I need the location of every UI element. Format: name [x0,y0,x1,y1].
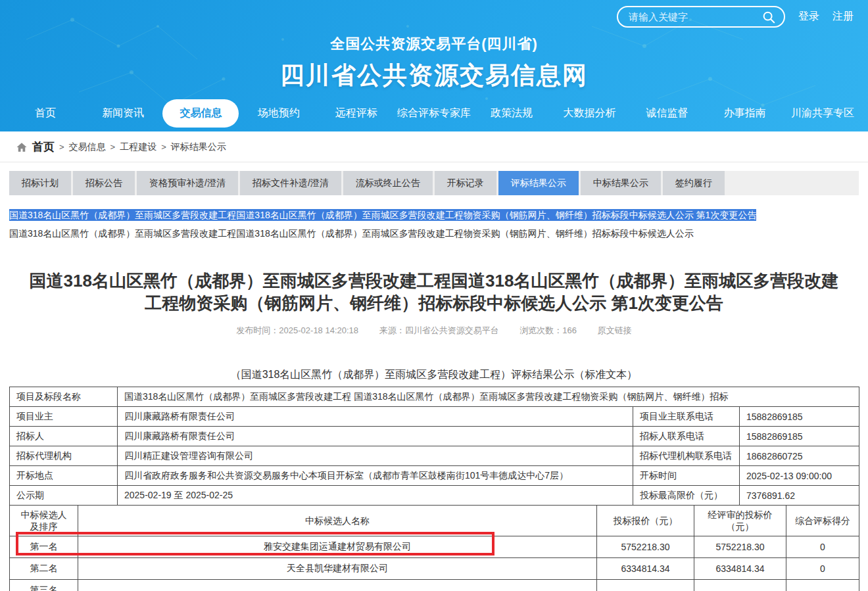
breadcrumb-home[interactable]: 首页 [32,139,55,154]
candidate-score: 0 [786,558,859,580]
candidate-score: 0 [786,536,859,558]
candidate-bid-price [597,580,694,591]
candidates-header-row: 中标候选人及排序 中标候选人名称 投标报价（元） 经评审的投标价（元） 综合评标… [10,506,859,536]
candidate-name [78,580,597,591]
table-row: 公示期 2025-02-19 至 2025-02-25 投标最高限价（元） 73… [10,486,859,506]
breadcrumb-separator: > [59,142,64,152]
row-value: 18682860725 [740,446,859,466]
breadcrumb-separator: > [110,142,116,152]
row-value: 四川康藏路桥有限责任公司 [118,407,633,427]
site-header: 登录 注册 全国公共资源交易平台(四川省) 四川省公共资源交易信息网 首页 新闻… [0,0,868,131]
row-value: 2025-02-19 至 2025-02-25 [118,486,633,506]
row-label: 项目及标段名称 [10,387,118,407]
table-row: 项目业主 四川康藏路桥有限责任公司 项目业主联系电话 15882869185 [10,407,859,427]
candidate-row-second: 第二名 天全县凯华建材有限公司 6334814.34 6334814.34 0 [10,558,859,580]
nav-chuanyu-zone[interactable]: 川渝共享专区 [784,106,861,120]
tab-prequalification-supplement[interactable]: 资格预审补遗/澄清 [137,171,238,195]
table-row: 招标代理机构 四川精正建设管理咨询有限公司 招标代理机构联系电话 1868286… [10,446,859,466]
list-item-original-announcement[interactable]: 国道318名山区黑竹（成都界）至雨城区多营段改建工程国道318名山区黑竹（成都界… [9,227,859,241]
candidate-reviewed-price: 6334814.34 [694,558,786,580]
nav-service-guide[interactable]: 办事指南 [706,106,784,120]
candidate-bid-price: 6334814.34 [597,558,694,580]
row-value: 15882869185 [740,427,859,446]
nav-remote-evaluation[interactable]: 远程评标 [318,106,395,120]
nav-home[interactable]: 首页 [7,106,84,120]
source: 来源：四川省公共资源交易平台 [379,325,499,335]
nav-expert-database[interactable]: 综合评标专家库 [395,106,473,120]
tab-winning-result[interactable]: 中标结果公示 [581,171,661,195]
tab-bid-opening-record[interactable]: 开标记录 [435,171,496,195]
breadcrumb-construction[interactable]: 工程建设 [120,141,157,153]
site-title: 四川省公共资源交易信息网 [0,59,868,92]
tab-bidding-plan[interactable]: 招标计划 [9,171,71,195]
nav-integrity-supervision[interactable]: 诚信监督 [629,106,706,120]
row-label: 投标最高限价（元） [633,486,740,506]
article-meta: 发布时间：2025-02-18 14:20:18 来源：四川省公共资源交易平台 … [0,325,868,337]
row-value: 7376891.62 [740,486,859,506]
column-header: 中标候选人及排序 [10,506,78,536]
row-label: 项目业主联系电话 [633,407,740,427]
nav-policies[interactable]: 政策法规 [473,106,550,120]
row-label: 开标地点 [10,466,118,486]
nav-news[interactable]: 新闻资讯 [84,106,162,120]
page-title: 国道318名山区黑竹（成都界）至雨城区多营段改建工程国道318名山区黑竹（成都界… [26,270,842,314]
candidate-score [786,580,859,591]
table-row: 开标地点 四川省政府政务服务和公共资源交易服务中心本项目开标室（成都市青羊区鼓楼… [10,466,859,486]
row-value: 四川康藏路桥有限责任公司 [118,427,633,446]
row-value: 国道318名山区黑竹（成都界）至雨城区多营段改建工程 国道318名山区黑竹（成都… [118,387,859,407]
candidate-rank: 第二名 [10,558,78,580]
home-icon [16,141,28,153]
row-label: 公示期 [10,486,118,506]
tab-evaluation-result[interactable]: 评标结果公示 [498,171,579,195]
search-icon[interactable] [760,9,777,26]
search-box[interactable] [617,6,785,28]
nav-trade-info[interactable]: 交易信息 [162,99,239,128]
candidate-reviewed-price: 5752218.30 [694,536,786,558]
column-header: 投标报价（元） [597,506,694,536]
header-topbar: 登录 注册 [617,6,854,28]
column-header: 综合评标得分 [786,506,859,536]
tab-tender-doc-supplement[interactable]: 招标文件补遗/澄清 [240,171,341,195]
breadcrumb-evaluation-result[interactable]: 评标结果公示 [171,141,226,153]
row-value: 15882869185 [740,407,859,427]
list-item-change-announcement[interactable]: 国道318名山区黑竹（成都界）至雨城区多营段改建工程国道318名山区黑竹（成都界… [9,209,756,221]
tab-contract-performance[interactable]: 签约履行 [663,171,725,195]
publish-time: 发布时间：2025-02-18 14:20:18 [236,325,358,335]
row-label: 招标代理机构 [10,446,118,466]
table-caption: （国道318名山区黑竹（成都界）至雨城区多营段改建工程）评标结果公示（标准文本） [0,368,868,382]
row-value: 2025-02-13 09:00:00 [740,466,859,486]
view-count: 浏览次数：166 [519,325,577,335]
candidate-rank: 第一名 [10,536,78,558]
main-nav: 首页 新闻资讯 交易信息 场地预约 远程评标 综合评标专家库 政策法规 大数据分… [0,95,868,131]
table-row: 招标人 四川康藏路桥有限责任公司 招标人联系电话 15882869185 [10,427,859,446]
breadcrumb-trade-info[interactable]: 交易信息 [69,141,106,153]
tab-failure-termination-notice[interactable]: 流标或终止公告 [343,171,433,195]
search-input[interactable] [629,11,760,22]
list-item-selected-wrap: 国道318名山区黑竹（成都界）至雨城区多营段改建工程国道318名山区黑竹（成都界… [9,208,859,222]
tab-tender-notice[interactable]: 招标公告 [73,171,135,195]
breadcrumb: 首页 > 交易信息 > 工程建设 > 评标结果公示 [0,131,868,162]
original-text-link[interactable]: 原文链接 [598,325,632,335]
login-link[interactable]: 登录 [798,10,819,24]
header-titles: 全国公共资源交易平台(四川省) 四川省公共资源交易信息网 [0,34,868,92]
row-label: 项目业主 [10,407,118,427]
candidates-section: 中标候选人及排序 中标候选人名称 投标报价（元） 经评审的投标价（元） 综合评标… [0,505,868,591]
nav-venue-booking[interactable]: 场地预约 [240,106,318,120]
row-value: 四川省政府政务服务和公共资源交易服务中心本项目开标室（成都市青羊区鼓楼南街101… [118,466,633,486]
candidate-name: 天全县凯华建材有限公司 [78,558,597,580]
candidate-row-third: 第三名 [10,580,859,591]
breadcrumb-separator: > [161,142,166,152]
row-label: 招标代理机构联系电话 [633,446,740,466]
candidates-table: 中标候选人及排序 中标候选人名称 投标报价（元） 经评审的投标价（元） 综合评标… [9,505,859,591]
row-value: 四川精正建设管理咨询有限公司 [118,446,633,466]
row-label: 开标时间 [633,466,740,486]
register-link[interactable]: 注册 [832,10,854,24]
nav-big-data[interactable]: 大数据分析 [550,106,628,120]
row-label: 招标人联系电话 [633,427,740,446]
table-row: 项目及标段名称 国道318名山区黑竹（成都界）至雨城区多营段改建工程 国道318… [10,387,859,407]
column-header: 中标候选人名称 [78,506,597,536]
candidate-name: 雅安交建集团运通建材贸易有限公司 [78,536,597,558]
candidate-rank: 第三名 [10,580,78,591]
category-tab-bar: 招标计划 招标公告 资格预审补遗/澄清 招标文件补遗/澄清 流标或终止公告 开标… [9,171,859,195]
announcement-list: 国道318名山区黑竹（成都界）至雨城区多营段改建工程国道318名山区黑竹（成都界… [9,208,859,241]
